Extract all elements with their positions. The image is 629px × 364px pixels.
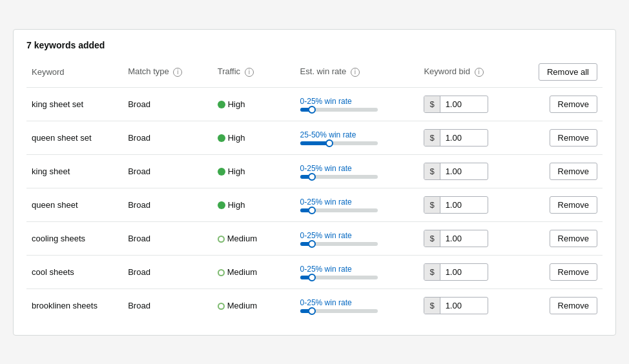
- slider-thumb: [308, 240, 316, 248]
- bid-input-field[interactable]: [440, 96, 479, 112]
- win-rate-cell: 0-25% win rate: [295, 87, 419, 121]
- match-type-cell: Broad: [123, 255, 212, 288]
- bid-input-field[interactable]: [440, 298, 479, 314]
- remove-button[interactable]: Remove: [550, 96, 597, 113]
- remove-button[interactable]: Remove: [550, 196, 597, 214]
- high-traffic-icon: [218, 134, 225, 142]
- col-header-winrate: Est. win rate i: [295, 58, 419, 88]
- bid-input-wrapper: $: [424, 96, 488, 113]
- traffic-level-label: Medium: [227, 267, 257, 277]
- remove-cell: Remove: [529, 288, 603, 322]
- bid-input-field[interactable]: [440, 230, 479, 247]
- win-rate-slider[interactable]: [300, 108, 378, 112]
- win-rate-slider[interactable]: [300, 208, 378, 212]
- bid-input-field[interactable]: [440, 264, 479, 280]
- bid-input-wrapper: $: [424, 163, 488, 180]
- slider-thumb: [308, 307, 316, 315]
- win-rate-cell: 0-25% win rate: [295, 255, 419, 288]
- remove-button[interactable]: Remove: [550, 297, 597, 314]
- bid-input-wrapper: $: [424, 196, 488, 214]
- table-row: queen sheet setBroadHigh25-50% win rate$…: [26, 121, 603, 154]
- traffic-cell: High: [212, 188, 295, 221]
- keyword-cell: queen sheet: [26, 188, 123, 221]
- slider-thumb: [308, 106, 316, 114]
- match-type-info-icon[interactable]: i: [173, 68, 182, 77]
- high-traffic-icon: [218, 201, 225, 209]
- remove-all-button[interactable]: Remove all: [539, 63, 597, 81]
- traffic-cell: High: [212, 154, 295, 188]
- winrate-info-icon[interactable]: i: [351, 68, 360, 77]
- col-header-keyword: Keyword: [26, 58, 123, 88]
- bid-input-field[interactable]: [440, 130, 479, 146]
- table-row: cool sheetsBroadMedium0-25% win rate$Rem…: [26, 255, 603, 288]
- win-rate-label: 0-25% win rate: [300, 265, 414, 274]
- traffic-info-icon[interactable]: i: [245, 68, 254, 77]
- remove-button[interactable]: Remove: [550, 230, 597, 247]
- bid-cell: $: [418, 121, 529, 154]
- bid-dollar-sign: $: [424, 298, 440, 314]
- bid-input-field[interactable]: [440, 163, 479, 179]
- win-rate-cell: 25-50% win rate: [295, 121, 419, 154]
- traffic-cell: Medium: [212, 288, 295, 322]
- high-traffic-icon: [218, 168, 225, 176]
- traffic-level-label: High: [228, 200, 245, 210]
- traffic-cell: High: [212, 121, 295, 154]
- bid-dollar-sign: $: [424, 96, 440, 112]
- win-rate-label: 0-25% win rate: [300, 197, 414, 207]
- bid-dollar-sign: $: [424, 230, 440, 247]
- keyword-cell: king sheet set: [26, 87, 123, 121]
- medium-traffic-icon: [218, 269, 225, 276]
- bid-input-wrapper: $: [424, 297, 488, 314]
- table-row: brooklinen sheetsBroadMedium0-25% win ra…: [26, 288, 603, 322]
- remove-button[interactable]: Remove: [550, 129, 597, 147]
- traffic-level-label: High: [228, 99, 245, 109]
- table-row: cooling sheetsBroadMedium0-25% win rate$…: [26, 221, 603, 255]
- header-title: 7 keywords added: [26, 40, 603, 50]
- remove-cell: Remove: [529, 121, 603, 154]
- win-rate-cell: 0-25% win rate: [295, 221, 419, 255]
- slider-thumb: [308, 207, 316, 214]
- remove-button[interactable]: Remove: [550, 263, 597, 281]
- col-header-remove: Remove all: [529, 58, 603, 88]
- keywords-container: 7 keywords added Keyword Match type i Tr…: [13, 29, 616, 336]
- bid-info-icon[interactable]: i: [475, 68, 484, 77]
- win-rate-slider[interactable]: [300, 276, 378, 279]
- col-header-traffic: Traffic i: [212, 58, 295, 88]
- match-type-cell: Broad: [123, 121, 212, 154]
- table-row: king sheet setBroadHigh0-25% win rate$Re…: [26, 87, 603, 121]
- remove-cell: Remove: [529, 221, 603, 255]
- remove-cell: Remove: [529, 188, 603, 221]
- match-type-cell: Broad: [123, 87, 212, 121]
- win-rate-label: 25-50% win rate: [300, 130, 414, 139]
- match-type-cell: Broad: [123, 221, 212, 255]
- col-header-match: Match type i: [123, 58, 212, 88]
- slider-thumb: [308, 173, 316, 181]
- win-rate-cell: 0-25% win rate: [295, 188, 419, 221]
- win-rate-slider[interactable]: [300, 242, 378, 246]
- bid-input-field[interactable]: [440, 197, 479, 213]
- keyword-cell: brooklinen sheets: [26, 288, 123, 322]
- bid-dollar-sign: $: [424, 264, 440, 280]
- bid-input-wrapper: $: [424, 129, 488, 147]
- bid-dollar-sign: $: [424, 130, 440, 146]
- remove-cell: Remove: [529, 255, 603, 288]
- bid-input-wrapper: $: [424, 230, 488, 247]
- win-rate-slider[interactable]: [300, 309, 378, 313]
- win-rate-slider[interactable]: [300, 175, 378, 179]
- bid-dollar-sign: $: [424, 197, 440, 213]
- traffic-cell: Medium: [212, 255, 295, 288]
- bid-cell: $: [418, 221, 529, 255]
- remove-cell: Remove: [529, 87, 603, 121]
- win-rate-slider[interactable]: [300, 141, 378, 145]
- win-rate-cell: 0-25% win rate: [295, 154, 419, 188]
- bid-input-wrapper: $: [424, 263, 488, 281]
- col-header-bid: Keyword bid i: [418, 58, 529, 88]
- bid-cell: $: [418, 188, 529, 221]
- traffic-level-label: High: [228, 133, 245, 143]
- remove-cell: Remove: [529, 154, 603, 188]
- win-rate-label: 0-25% win rate: [300, 298, 414, 307]
- remove-button[interactable]: Remove: [550, 163, 597, 180]
- keyword-cell: cooling sheets: [26, 221, 123, 255]
- medium-traffic-icon: [218, 236, 225, 243]
- keywords-table: Keyword Match type i Traffic i Est. win …: [26, 58, 603, 322]
